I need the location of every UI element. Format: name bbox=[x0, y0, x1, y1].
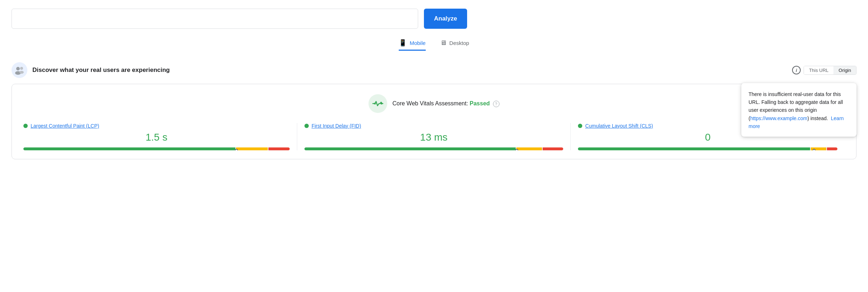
desktop-icon: 🖥 bbox=[440, 39, 447, 47]
section-title: Discover what your real users are experi… bbox=[32, 67, 170, 74]
tab-desktop[interactable]: 🖥 Desktop bbox=[440, 39, 469, 51]
analyze-button[interactable]: Analyze bbox=[424, 9, 467, 29]
tooltip-text-after: ) instead. bbox=[807, 115, 828, 121]
section-header: Discover what your real users are experi… bbox=[12, 62, 856, 78]
cwv-header: Core Web Vitals Assessment: Passed ? bbox=[23, 94, 845, 113]
tab-desktop-label: Desktop bbox=[449, 40, 469, 46]
svg-point-3 bbox=[19, 71, 24, 74]
svg-point-0 bbox=[16, 67, 20, 70]
tooltip-origin-link[interactable]: https://www.example.com bbox=[750, 115, 808, 121]
cwv-title-prefix: Core Web Vitals Assessment: bbox=[392, 100, 470, 106]
cls-label[interactable]: Cumulative Layout Shift (CLS) bbox=[585, 123, 653, 129]
lcp-label[interactable]: Largest Contentful Paint (LCP) bbox=[31, 123, 99, 129]
url-origin-group: i This URL Origin There is insufficient … bbox=[792, 66, 856, 75]
fid-value: 13 ms bbox=[304, 132, 564, 143]
fid-progress-bar bbox=[304, 147, 564, 150]
mobile-icon: 📱 bbox=[399, 39, 407, 47]
cls-progress-bar bbox=[578, 147, 837, 150]
lcp-dot bbox=[23, 124, 28, 128]
lcp-value: 1.5 s bbox=[23, 132, 290, 143]
users-avatar-icon bbox=[12, 62, 27, 78]
lcp-progress-bar bbox=[23, 147, 290, 150]
url-bar-row: https://www.example.com/page1 Analyze bbox=[12, 9, 856, 29]
svg-point-4 bbox=[381, 103, 383, 105]
this-url-toggle-btn[interactable]: This URL bbox=[804, 66, 833, 74]
svg-point-5 bbox=[374, 103, 376, 105]
tabs-row: 📱 Mobile 🖥 Desktop bbox=[12, 39, 856, 51]
url-input[interactable]: https://www.example.com/page1 bbox=[12, 9, 418, 29]
tooltip-popup: There is insufficient real-user data for… bbox=[741, 83, 856, 137]
metric-fid-label-row: First Input Delay (FID) bbox=[304, 123, 564, 129]
cwv-help-icon[interactable]: ? bbox=[493, 101, 499, 107]
info-circle-icon[interactable]: i bbox=[792, 66, 801, 74]
metrics-row: Largest Contentful Paint (LCP) 1.5 s Fir… bbox=[23, 123, 845, 150]
tab-mobile[interactable]: 📱 Mobile bbox=[399, 39, 425, 51]
url-origin-toggle: This URL Origin bbox=[804, 66, 856, 75]
cwv-icon bbox=[369, 94, 387, 113]
cls-dot bbox=[578, 124, 582, 128]
tab-mobile-label: Mobile bbox=[410, 40, 425, 46]
fid-dot bbox=[304, 124, 309, 128]
origin-toggle-btn[interactable]: Origin bbox=[833, 66, 856, 74]
metric-fid: First Input Delay (FID) 13 ms bbox=[297, 123, 571, 150]
metric-lcp: Largest Contentful Paint (LCP) 1.5 s bbox=[23, 123, 297, 150]
cwv-status: Passed bbox=[470, 100, 490, 106]
svg-point-2 bbox=[20, 67, 23, 70]
section-header-left: Discover what your real users are experi… bbox=[12, 62, 170, 78]
main-card: Core Web Vitals Assessment: Passed ? Lar… bbox=[12, 84, 856, 159]
metric-lcp-label-row: Largest Contentful Paint (LCP) bbox=[23, 123, 290, 129]
cwv-title: Core Web Vitals Assessment: Passed ? bbox=[392, 100, 499, 107]
fid-label[interactable]: First Input Delay (FID) bbox=[312, 123, 361, 129]
